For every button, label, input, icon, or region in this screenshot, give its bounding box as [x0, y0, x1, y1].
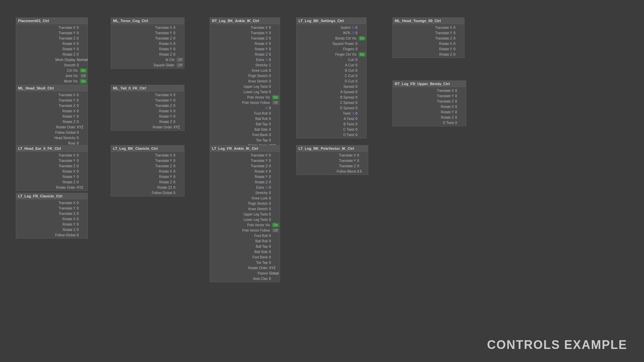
row-label: Thigh Stretch: [211, 202, 269, 205]
row-label: Pole Vector Vis: [211, 223, 271, 227]
table-row: Translate Y0: [16, 30, 88, 36]
row-label: D Spread: [297, 106, 356, 110]
table-row: Translate Z0: [393, 99, 466, 104]
row-label: Rotate X: [393, 42, 453, 46]
table-row: Rotate OrderXYZ: [16, 185, 88, 190]
row-value: 0: [173, 37, 183, 40]
row-label: Translate Z: [112, 164, 173, 168]
row-label: A Curl: [297, 63, 356, 67]
row-value: 0: [453, 26, 464, 29]
row-label: Rotate X: [17, 42, 77, 46]
row-value: 0: [77, 217, 87, 221]
row-label: Rotate Y: [17, 223, 77, 226]
row-value: 0: [455, 100, 465, 103]
table-row: A Curl0: [297, 62, 366, 68]
row-value: On: [80, 79, 87, 83]
panel-lt-leg-bk-clavicle-ctrl: LT_Leg_BK_Clavicle_CtrlTranslate X0Trans…: [111, 145, 184, 196]
table-row: Rotate Y0: [210, 174, 280, 179]
row-value: 0: [357, 159, 367, 163]
inline-badge: [265, 107, 268, 109]
panel-ml-head-tounge-00-ctrl: ML_Head_Tounge_00_CtrlTranslate X0Transl…: [392, 17, 465, 58]
row-label: Rotate X: [17, 217, 77, 221]
row-label: Bendy Ctrl Vis: [297, 37, 358, 40]
row-label: Rotate Z: [112, 53, 173, 56]
panel-body: Translate X0Translate Y0Translate Z0Rota…: [111, 152, 184, 196]
row-label: Translate Z: [17, 164, 77, 168]
table-row: Translate Y0: [16, 158, 88, 163]
row-value: 0: [77, 233, 87, 237]
row-label: Translate Z: [393, 37, 453, 40]
row-label: Pole Vector Follow: [211, 101, 271, 105]
row-value: 0: [356, 85, 366, 88]
row-label: Parent: [211, 272, 269, 275]
table-row: Mesh DisplayNormal: [16, 57, 88, 62]
row-value: 0: [77, 136, 87, 140]
row-value: 0: [269, 186, 279, 189]
table-row: B Spread0: [297, 95, 366, 100]
table-row: B Curl0: [297, 68, 366, 73]
row-label: Rotate X: [393, 105, 455, 109]
table-row: Head Stretchy0: [16, 135, 88, 140]
row-value: 0: [455, 94, 465, 98]
table-row: Lower Leg Twist0: [210, 89, 280, 95]
row-label: Translate X: [17, 93, 77, 97]
panel-placement01-ctrl: Placement01_CtrlTranslate X0Translate Y0…: [16, 17, 88, 96]
panel-body: Translate X0Translate Y0Translate Z0Rota…: [16, 152, 88, 191]
table-row: Translate Z0: [111, 103, 184, 108]
table-row: Bendy Ctrl VisOn: [297, 36, 366, 41]
row-value: 0: [356, 106, 366, 110]
table-row: Translate Z0: [210, 36, 280, 41]
row-label: Switch: [297, 26, 352, 29]
row-value: 0: [77, 180, 87, 184]
row-label: Translate Z: [112, 104, 173, 108]
table-row: Translate Z0: [111, 36, 184, 41]
table-row: Knee Lock0: [210, 68, 280, 73]
table-row: Rotate X0: [16, 169, 88, 174]
row-label: Rotate Z: [17, 53, 77, 56]
row-label: Rotate X: [211, 170, 269, 173]
row-label: Stretchy: [211, 191, 269, 195]
table-row: Rotate Z0: [111, 52, 184, 57]
table-row: D Curl0: [297, 78, 366, 84]
table-row: Lower Leg Twist0: [210, 217, 280, 222]
table-row: Rotate OrderXYZ: [111, 124, 184, 130]
row-label: IKFK: [297, 31, 352, 35]
row-value: On: [272, 223, 279, 227]
table-row: Rotate Z0: [16, 52, 88, 57]
table-row: Ball Tap0: [210, 244, 280, 249]
table-row: Fingers0: [297, 46, 366, 52]
table-row: Extra0: [210, 185, 280, 190]
table-row: Translate X0: [210, 25, 280, 30]
table-row: Rotate OrderXYZ: [210, 265, 280, 270]
row-label: Knee Lock: [211, 196, 269, 200]
row-value: 0: [453, 42, 464, 46]
row-label: Translate Z: [17, 37, 77, 40]
row-value: 0: [356, 112, 366, 115]
panel-title: ML_Tail_0_FK_Ctrl: [111, 85, 184, 92]
table-row: Translate Z0: [111, 163, 184, 169]
table-row: Toe Tap0: [210, 137, 280, 143]
table-row: Translate Y0: [111, 158, 184, 163]
row-label: Knee Stretch: [211, 79, 269, 83]
row-label: Ball Tap: [211, 122, 269, 126]
row-value: 0: [453, 37, 464, 40]
table-row: Translate X0: [111, 25, 184, 30]
row-label: Rotate Z: [17, 228, 77, 232]
panel-rt-leg-bk-ankle-ik-ctrl: RT_Leg_BK_Ankle_IK_CtrlTranslate X0Trans…: [210, 17, 280, 160]
row-value: 0: [356, 79, 366, 83]
row-value: 0: [269, 112, 279, 115]
row-label: Rotate X: [17, 109, 77, 113]
panel-title: LT_Leg_BK_PoleVector_IK_Ctrl: [297, 145, 368, 152]
panel-body: Translate X0Translate Y0Translate Z0Rota…: [111, 24, 184, 68]
row-value: 0: [77, 201, 87, 205]
panel-body: Translate X0Translate Y0Translate Z0Rota…: [210, 24, 280, 160]
panel-body: Translate X0Translate Y0Translate Z0Rota…: [393, 87, 466, 126]
table-row: 0: [210, 105, 280, 111]
table-row: Rotate Y0: [393, 109, 466, 115]
row-label: Translate X: [112, 154, 173, 157]
row-label: Translate Y: [17, 206, 77, 210]
table-row: Thigh Stretch0: [210, 73, 280, 78]
row-value: 0: [269, 53, 279, 56]
row-value: 0: [269, 154, 279, 157]
panel-title: Placement01_Ctrl: [16, 18, 88, 24]
